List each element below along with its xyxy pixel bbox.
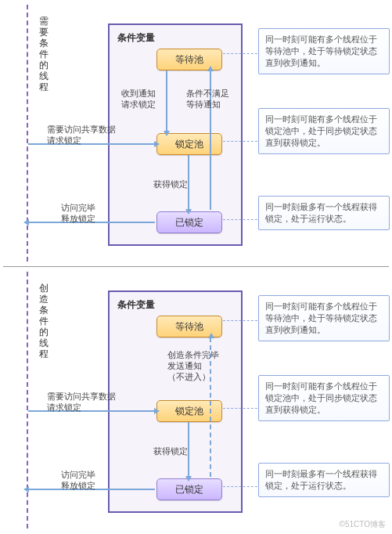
lock-pool-node: 锁定池 <box>156 400 222 422</box>
note-lockpool: 同一时刻可能有多个线程位于锁定池中，处于同步锁定状态直到获得锁定。 <box>258 375 390 421</box>
note-line <box>223 53 257 54</box>
arrow-lockpool-to-locked <box>188 155 189 210</box>
note-locked: 同一时刻最多有一个线程获得锁定，处于运行状态。 <box>258 196 390 230</box>
label-gotlock: 获得锁定 <box>153 446 188 456</box>
diagram-page: 需要条件的线程 条件变量 等待池 锁定池 已锁定 收到通知 请求锁定 条件不满足… <box>0 0 392 533</box>
label-done: 访问完毕 释放锁定 <box>61 469 95 491</box>
note-line <box>223 219 257 220</box>
cond-title: 条件变量 <box>117 298 155 312</box>
label-done: 访问完毕 释放锁定 <box>61 202 95 224</box>
label-need: 需要访问共享数据 请求锁定 <box>47 124 116 146</box>
top-diagram: 需要条件的线程 条件变量 等待池 锁定池 已锁定 收到通知 请求锁定 条件不满足… <box>0 0 392 266</box>
side-label: 需要条件的线程 <box>39 16 50 92</box>
label-recv: 收到通知 请求锁定 <box>121 88 156 110</box>
lock-pool-node: 锁定池 <box>156 133 222 155</box>
bottom-diagram: 创造条件的线程 条件变量 等待池 锁定池 已锁定 创造条件完毕 发送通知 （不进… <box>0 267 392 533</box>
arrow-lockpool-to-locked <box>188 422 189 477</box>
label-notify: 创造条件完毕 发送通知 （不进入） <box>167 349 219 382</box>
side-label: 创造条件的线程 <box>39 283 50 359</box>
label-need: 需要访问共享数据 请求锁定 <box>47 391 116 413</box>
label-notmet: 条件不满足 等待通知 <box>186 88 229 110</box>
arrow-wait-to-lockpool <box>166 70 167 132</box>
note-wait: 同一时刻可能有多个线程位于等待池中，处于等待锁定状态直到收到通知。 <box>258 295 390 341</box>
label-gotlock: 获得锁定 <box>153 179 188 189</box>
note-locked: 同一时刻最多有一个线程获得锁定，处于运行状态。 <box>258 463 390 497</box>
note-line <box>223 141 257 142</box>
note-lockpool: 同一时刻可能有多个线程位于锁定池中，处于同步锁定状态直到获得锁定。 <box>258 108 390 154</box>
note-line <box>223 408 257 409</box>
locked-node: 已锁定 <box>156 478 222 500</box>
watermark: ©51CTO博客 <box>340 519 386 530</box>
note-wait: 同一时刻可能有多个线程位于等待池中，处于等待锁定状态直到收到通知。 <box>258 28 390 74</box>
cond-title: 条件变量 <box>117 31 155 45</box>
note-line <box>223 320 257 321</box>
locked-node: 已锁定 <box>156 211 222 233</box>
note-line <box>223 486 257 487</box>
